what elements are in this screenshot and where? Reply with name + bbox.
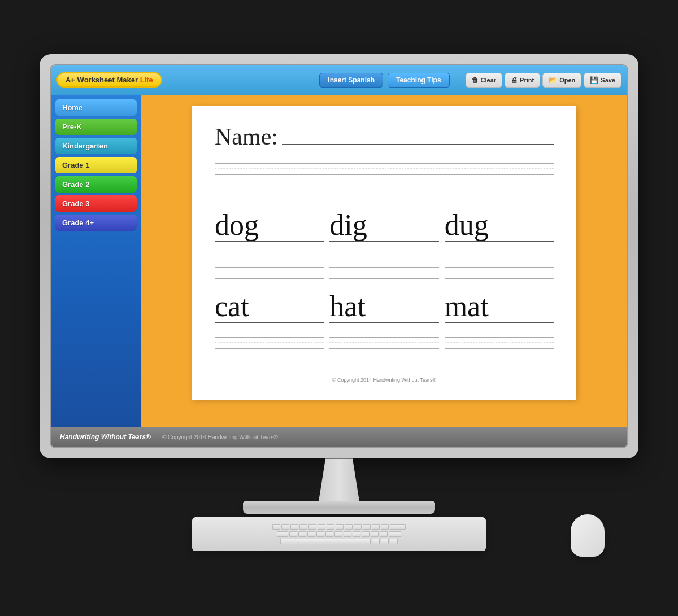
word-mat: mat	[445, 290, 554, 322]
word-cell-hat: hat	[329, 285, 438, 366]
scene: A+ Worksheet Maker Lite Insert Spanish T…	[28, 54, 650, 562]
word-cell-dog: dog	[215, 203, 324, 285]
teaching-tips-button[interactable]: Teaching Tips	[388, 73, 450, 88]
monitor-stand-neck	[305, 458, 373, 501]
word-cell-cat: cat	[215, 285, 324, 366]
word-cell-dug: dug	[445, 203, 554, 285]
monitor-stand-base	[243, 501, 435, 514]
word-dug: dug	[445, 209, 554, 241]
sidebar-item-home[interactable]: Home	[55, 99, 137, 116]
clear-icon: 🗑	[472, 76, 479, 84]
worksheet: Name: dog	[192, 106, 576, 400]
sidebar-item-grade3[interactable]: Grade 3	[55, 195, 137, 212]
logo-lite: Lite	[140, 76, 153, 84]
name-section: Name:	[215, 123, 554, 186]
word-dig: dig	[329, 209, 438, 241]
footer-brand: Handwriting Without Tears®	[60, 433, 151, 441]
sidebar: Home Pre-K Kindergarten Grade 1 Grade 2 …	[51, 95, 141, 427]
monitor-screen: A+ Worksheet Maker Lite Insert Spanish T…	[50, 64, 628, 449]
app: A+ Worksheet Maker Lite Insert Spanish T…	[51, 65, 627, 448]
clear-button[interactable]: 🗑 Clear	[466, 73, 503, 88]
word-cell-dig: dig	[329, 203, 438, 285]
logo-badge: A+ Worksheet Maker Lite	[56, 72, 162, 88]
open-button[interactable]: 📂 Open	[542, 73, 581, 88]
worksheet-copyright: © Copyright 2014 Handwriting Without Tea…	[215, 377, 554, 383]
footer: Handwriting Without Tears® © Copyright 2…	[51, 427, 627, 447]
sidebar-item-grade4[interactable]: Grade 4+	[55, 215, 137, 231]
name-label: Name:	[215, 123, 278, 150]
sidebar-item-grade2[interactable]: Grade 2	[55, 176, 137, 193]
sidebar-item-prek[interactable]: Pre-K	[55, 119, 137, 135]
keyboard	[192, 517, 486, 551]
print-icon: 🖨	[511, 76, 518, 84]
word-cat: cat	[215, 290, 324, 322]
print-button[interactable]: 🖨 Print	[505, 73, 540, 88]
tool-buttons: 🗑 Clear 🖨 Print 📂 Open 💾	[466, 73, 621, 88]
header: A+ Worksheet Maker Lite Insert Spanish T…	[51, 65, 627, 95]
monitor: A+ Worksheet Maker Lite Insert Spanish T…	[40, 54, 638, 459]
main-area: Home Pre-K Kindergarten Grade 1 Grade 2 …	[51, 95, 627, 427]
word-hat: hat	[329, 290, 438, 322]
word-dog: dog	[215, 209, 324, 241]
footer-copyright: © Copyright 2014 Handwriting Without Tea…	[162, 434, 278, 440]
save-button[interactable]: 💾 Save	[584, 73, 621, 88]
mouse	[571, 514, 605, 557]
content-area: Name: dog	[141, 95, 627, 427]
sidebar-item-grade1[interactable]: Grade 1	[55, 157, 137, 173]
insert-spanish-button[interactable]: Insert Spanish	[319, 73, 383, 88]
logo-text: A+ Worksheet Maker	[66, 76, 138, 84]
save-icon: 💾	[590, 76, 598, 84]
open-icon: 📂	[549, 76, 557, 84]
words-grid: dog dig	[215, 203, 554, 366]
sidebar-item-kindergarten[interactable]: Kindergarten	[55, 138, 137, 154]
word-cell-mat: mat	[445, 285, 554, 366]
